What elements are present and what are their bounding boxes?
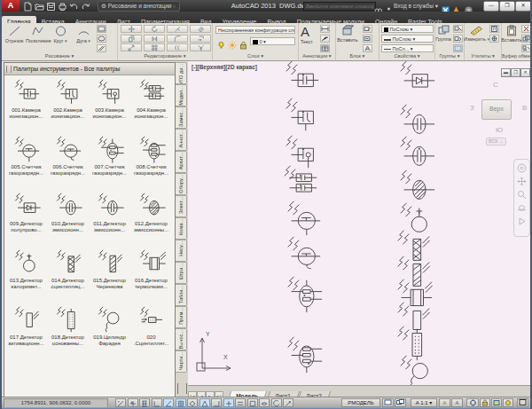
panel-label-layers[interactable]: Слои ▾ — [213, 52, 298, 60]
palette-item-002[interactable]: 002.Камераионизацион... — [47, 75, 89, 132]
panel-label-block[interactable]: Блок ▾ — [336, 52, 379, 60]
palette-item-012[interactable]: 012.Детекторэмиссионны... — [130, 189, 172, 246]
palette-tab-5[interactable]: Обору... — [176, 173, 187, 195]
palette-item-019[interactable]: 019.ЦилиндрФарадея — [89, 303, 130, 359]
viewcube-north[interactable]: С — [493, 81, 498, 89]
minimize-button[interactable]: — — [483, 1, 499, 12]
group-tool[interactable]: Группа — [433, 25, 454, 42]
ungroup-tool[interactable] — [453, 25, 463, 33]
palette-item-001[interactable]: 001.Камераионизацион... — [5, 75, 47, 132]
group-edit-tool[interactable] — [453, 35, 463, 43]
dynamic-ucs-toggle[interactable] — [211, 398, 222, 407]
leader-tool[interactable] — [320, 35, 330, 43]
object-color-dropdown[interactable]: ПоСлою ▾ — [381, 25, 434, 33]
mirror-tool[interactable] — [144, 35, 165, 43]
snap-toggle[interactable] — [128, 398, 138, 407]
copy-clip-tool[interactable] — [521, 35, 531, 43]
redo-icon[interactable] — [81, 2, 90, 10]
communication-center-icon[interactable] — [452, 2, 460, 10]
panel-label-properties[interactable]: Свойства ▾ — [379, 52, 434, 60]
group-selectable-toggle[interactable] — [453, 44, 463, 52]
palette-tab-1[interactable]: Модел... — [176, 84, 187, 106]
signin-button[interactable]: Вход в службы ▾ — [394, 2, 438, 10]
layer-lock-icon[interactable] — [239, 37, 247, 53]
new-icon[interactable] — [23, 2, 33, 10]
offset-tool[interactable] — [167, 43, 188, 51]
save-icon[interactable] — [46, 2, 56, 10]
palette-item-008[interactable]: 008.Счетчикгазоразрядн... — [130, 132, 172, 189]
scale-tool[interactable] — [121, 43, 142, 51]
insert-block-tool[interactable]: Вставить — [336, 25, 359, 43]
palette-item-014[interactable]: 014.Детекторсцинтилляц... — [47, 246, 89, 303]
viewcube-south[interactable]: Ю — [496, 126, 503, 134]
doc-minimize-button[interactable]: ▬ — [501, 68, 511, 77]
annotation-scale-button[interactable]: А 1:1 ▾ — [411, 398, 437, 407]
infocenter-search-input[interactable] — [303, 2, 376, 11]
palette-item-009[interactable]: 009.Детекторполупрово... — [5, 189, 47, 246]
navigation-bar[interactable] — [513, 159, 530, 237]
panel-label-utilities[interactable]: Утилиты ▾ — [465, 52, 501, 60]
palette-item-020[interactable]: 020.Сцинтиллят... — [130, 303, 172, 359]
quick-calc-tool[interactable] — [489, 25, 499, 33]
palette-item-013[interactable]: 013.Детекторкалоримет... — [5, 246, 47, 303]
selection-cycling-toggle[interactable] — [271, 398, 282, 407]
annotation-monitor-toggle[interactable] — [283, 398, 293, 407]
transparency-toggle[interactable] — [247, 398, 258, 407]
quick-view-layouts-button[interactable] — [382, 398, 394, 407]
text-tool-label[interactable]: Текст — [301, 39, 313, 44]
dimension-tool[interactable] — [320, 25, 330, 33]
edit-block-tool[interactable] — [363, 25, 372, 33]
viewcube-east[interactable]: В — [522, 104, 527, 112]
palette-tab-7[interactable]: Кома... — [176, 217, 187, 240]
palette-item-004[interactable]: 004.Камераионизацион... — [130, 75, 172, 132]
paste-tool[interactable]: Вставить — [500, 25, 523, 43]
palette-title-bar[interactable]: Палитры инструментов - Все палитры — [4, 63, 175, 75]
viewport-label[interactable]: [-][Верхняя][2D каркас] — [192, 64, 257, 70]
palette-item-011[interactable]: 011.Детекторэмиссионн... — [89, 189, 130, 246]
move-tool[interactable] — [121, 25, 142, 33]
circle-tool[interactable]: Круг ▾ — [49, 25, 72, 43]
edit-attribute-tool[interactable] — [363, 35, 372, 43]
viewcube-west[interactable]: З — [470, 104, 474, 112]
palette-item-006[interactable]: 006.Счетчикгазоразрядн... — [47, 132, 89, 189]
polar-toggle[interactable] — [163, 398, 174, 407]
undo-icon[interactable] — [69, 2, 79, 10]
workspace-switching-button[interactable] — [466, 398, 479, 407]
table-tool[interactable] — [320, 44, 330, 52]
viewcube-top-face[interactable]: Верх — [481, 99, 512, 120]
palette-item-018[interactable]: 018.Детектороснованны... — [47, 303, 89, 359]
ellipse-tool[interactable] — [97, 35, 106, 43]
explode-tool[interactable] — [190, 43, 211, 51]
fillet-tool[interactable] — [167, 35, 188, 43]
arc-tool[interactable]: Дуга ▾ — [72, 25, 95, 43]
palette-tab-10[interactable]: Табли... — [176, 284, 187, 306]
otrack-toggle[interactable] — [200, 398, 210, 407]
palette-tab-8[interactable]: Несу... — [176, 240, 187, 262]
quick-view-drawings-button[interactable] — [395, 398, 406, 407]
palette-item-005[interactable]: 005.Счетчикгазоразрядн... — [5, 132, 47, 189]
app-menu-button[interactable]: A — [2, 0, 20, 12]
help-icon[interactable]: ? — [465, 2, 473, 10]
rectangle-tool[interactable] — [97, 25, 106, 33]
layer-on-icon[interactable] — [217, 37, 225, 53]
polyline-tool[interactable]: Полилиния — [26, 25, 49, 43]
dynamic-input-toggle[interactable] — [223, 398, 234, 407]
array-tool[interactable] — [144, 43, 165, 51]
palette-item-015[interactable]: 015.ДетекторЧеренкова — [89, 246, 130, 303]
panel-label-modify[interactable]: Редактирование ▾ — [118, 52, 212, 60]
3d-osnap-toggle[interactable] — [187, 398, 198, 407]
search-binoculars-icon[interactable] — [374, 2, 382, 10]
id-point-tool[interactable] — [489, 35, 499, 43]
define-attribute-tool[interactable] — [363, 44, 372, 52]
stretch-tool[interactable] — [190, 35, 211, 43]
annotation-visibility-button[interactable]: А — [439, 398, 450, 407]
hardware-acceleration-button[interactable] — [491, 398, 502, 407]
copy-tool[interactable] — [121, 35, 142, 43]
palette-tab-4[interactable]: Архит... — [176, 151, 187, 173]
lock-ui-button[interactable] — [480, 398, 490, 407]
annotation-autoscale-button[interactable]: А — [451, 398, 463, 407]
panel-label-groups[interactable]: Группы ▾ — [435, 52, 464, 60]
rotate-tool[interactable] — [144, 25, 165, 33]
palette-item-010[interactable]: 010.Детекторэмиссионн... — [47, 189, 89, 246]
palette-item-003[interactable]: 003.Камераионизацион... — [89, 75, 130, 132]
